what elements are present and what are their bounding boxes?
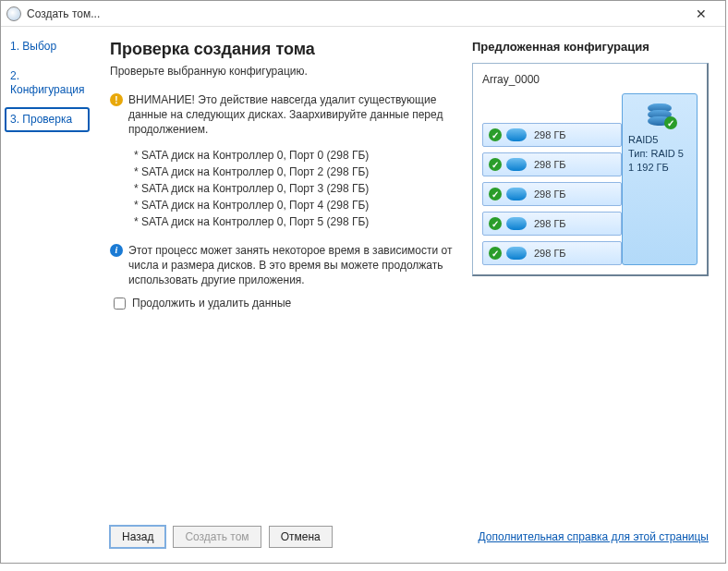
app-icon xyxy=(6,6,21,21)
check-icon xyxy=(489,188,502,200)
drives-column: 298 ГБ 298 ГБ 298 ГБ xyxy=(482,93,622,265)
main-panel: Проверка создания тома Проверьте выбранн… xyxy=(93,27,725,563)
close-icon: ✕ xyxy=(696,6,707,21)
info-block: Этот процесс может занять некоторое врем… xyxy=(110,243,454,288)
step-3-verify[interactable]: 3. Проверка xyxy=(5,107,90,131)
page-subheading: Проверьте выбранную конфигурацию. xyxy=(110,65,454,78)
create-volume-button[interactable]: Создать том xyxy=(173,526,261,548)
disk-entry: * SATA диск на Контроллер 0, Порт 3 (298… xyxy=(134,180,454,197)
warning-block: ВНИМАНИЕ! Это действие навсегда удалит с… xyxy=(110,92,454,138)
proposed-config-heading: Предложенная конфигурация xyxy=(472,40,709,54)
step-2-configure[interactable]: 2. Конфигурация xyxy=(5,64,90,102)
warning-text: ВНИМАНИЕ! Это действие навсегда удалит с… xyxy=(128,92,454,138)
drive-size: 298 ГБ xyxy=(534,188,566,200)
close-button[interactable]: ✕ xyxy=(683,1,720,27)
step-1-select[interactable]: 1. Выбор xyxy=(5,34,90,58)
volume-name: RAID5 xyxy=(628,133,691,147)
volume-box: RAID5 Тип: RAID 5 1 192 ГБ xyxy=(622,93,698,265)
drive-row: 298 ГБ xyxy=(482,182,622,206)
disk-entry: * SATA диск на Контроллер 0, Порт 2 (298… xyxy=(134,164,454,180)
proposed-config-column: Предложенная конфигурация Array_0000 298… xyxy=(472,40,709,516)
disk-icon xyxy=(506,217,527,230)
window-title: Создать том... xyxy=(27,7,100,20)
drive-size: 298 ГБ xyxy=(534,159,566,170)
confirm-delete-row: Продолжить и удалить данные xyxy=(114,297,454,310)
back-button[interactable]: Назад xyxy=(110,526,165,548)
drive-size: 298 ГБ xyxy=(534,218,566,229)
check-icon xyxy=(664,116,677,129)
page-heading: Проверка создания тома xyxy=(110,40,454,59)
drive-size: 298 ГБ xyxy=(534,129,566,140)
drive-row: 298 ГБ xyxy=(482,241,622,265)
volume-type: Тип: RAID 5 xyxy=(628,147,691,161)
array-name: Array_0000 xyxy=(482,73,698,86)
warning-icon xyxy=(110,93,123,106)
confirm-delete-checkbox[interactable] xyxy=(114,298,126,310)
check-icon xyxy=(489,158,502,171)
disk-entry: * SATA диск на Контроллер 0, Порт 0 (298… xyxy=(134,147,454,164)
disk-icon xyxy=(506,158,527,171)
config-box: Array_0000 298 ГБ xyxy=(472,63,709,276)
verify-info-column: Проверка создания тома Проверьте выбранн… xyxy=(110,40,454,516)
titlebar: Создать том... ✕ xyxy=(1,1,725,27)
disk-icon xyxy=(506,247,527,260)
cancel-button[interactable]: Отмена xyxy=(269,526,333,548)
disk-entry: * SATA диск на Контроллер 0, Порт 4 (298… xyxy=(134,197,454,213)
database-icon xyxy=(646,100,673,128)
info-icon xyxy=(110,244,123,257)
confirm-delete-label: Продолжить и удалить данные xyxy=(132,297,291,310)
affected-disks-list: * SATA диск на Контроллер 0, Порт 0 (298… xyxy=(134,147,454,230)
help-link[interactable]: Дополнительная справка для этой страницы xyxy=(479,530,709,543)
volume-capacity: 1 192 ГБ xyxy=(628,161,691,175)
check-icon xyxy=(489,217,502,230)
disk-entry: * SATA диск на Контроллер 0, Порт 5 (298… xyxy=(134,213,454,230)
check-icon xyxy=(489,247,502,260)
disk-icon xyxy=(506,188,527,200)
info-text: Этот процесс может занять некоторое врем… xyxy=(128,243,454,288)
drive-row: 298 ГБ xyxy=(482,212,622,236)
drive-size: 298 ГБ xyxy=(534,248,566,259)
volume-icon-wrap xyxy=(628,100,691,128)
wizard-steps-sidebar: 1. Выбор 2. Конфигурация 3. Проверка xyxy=(1,27,93,563)
check-icon xyxy=(489,128,502,141)
drive-row: 298 ГБ xyxy=(482,123,622,147)
footer-bar: Назад Создать том Отмена Дополнительная … xyxy=(110,516,709,555)
dialog-window: Создать том... ✕ 1. Выбор 2. Конфигураци… xyxy=(0,0,726,564)
drive-row: 298 ГБ xyxy=(482,152,622,176)
disk-icon xyxy=(506,128,527,141)
